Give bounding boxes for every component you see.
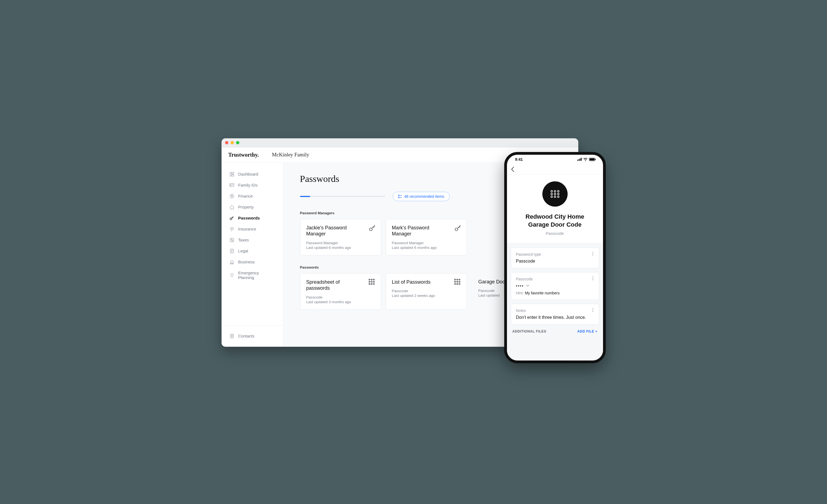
svg-point-36: [459, 279, 460, 280]
svg-rect-48: [590, 158, 594, 160]
sidebar-item-label: Property: [238, 205, 254, 209]
id-card-icon: [230, 183, 234, 188]
additional-files-label: ADDITIONAL FILES: [513, 330, 546, 333]
svg-point-50: [551, 190, 552, 192]
svg-point-27: [373, 279, 374, 280]
svg-point-28: [369, 281, 370, 282]
svg-point-35: [457, 279, 458, 280]
battery-icon: [589, 158, 596, 161]
card-updated: Last updated 2 weeks ago: [392, 294, 460, 298]
sidebar-item-finance[interactable]: Finance: [222, 191, 283, 202]
sidebar-item-emergency[interactable]: Emergency Planning: [222, 267, 283, 283]
sidebar-item-label: Legal: [238, 249, 248, 253]
sidebar-item-label: Business: [238, 259, 255, 264]
key-icon: [368, 224, 376, 232]
window-close-button[interactable]: [225, 141, 228, 144]
svg-point-31: [369, 284, 370, 285]
field-label: Passcode: [516, 277, 594, 281]
recommended-items-pill[interactable]: 48 recommended items: [393, 192, 450, 201]
keypad-icon: [368, 279, 376, 286]
sidebar-item-label: Contacts: [238, 334, 254, 338]
password-card[interactable]: List of Passwords Passcode Last updated …: [386, 273, 467, 310]
reveal-passcode[interactable]: ••••: [516, 284, 594, 288]
phone-hero: Redwood City HomeGarage Door Code Passco…: [507, 175, 603, 243]
svg-point-10: [231, 239, 231, 240]
dollar-icon: [230, 194, 234, 199]
sidebar-item-dashboard[interactable]: Dashboard: [222, 169, 283, 180]
card-updated: Last updated 3 months ago: [306, 300, 375, 304]
field-passcode[interactable]: ⋮ Passcode •••• Hint: My favorite number…: [511, 272, 599, 300]
svg-rect-0: [230, 172, 231, 176]
window-minimize-button[interactable]: [231, 141, 234, 144]
brand-logo: Trustworthy.: [228, 152, 259, 158]
svg-point-56: [551, 196, 552, 198]
svg-point-8: [230, 218, 232, 220]
field-password-type[interactable]: ⋮ Password type Passcode: [511, 248, 599, 268]
svg-point-18: [231, 335, 233, 336]
card-title: Jackie's Password Manager: [306, 225, 375, 237]
sidebar-item-family-ids[interactable]: Family IDs: [222, 180, 283, 191]
sidebar-item-business[interactable]: Business: [222, 256, 283, 267]
sidebar-item-legal[interactable]: Legal: [222, 246, 283, 256]
svg-rect-45: [580, 159, 581, 161]
sidebar-item-passwords[interactable]: Passwords: [222, 213, 283, 223]
svg-rect-44: [578, 159, 579, 161]
sidebar-item-label: Finance: [238, 194, 253, 198]
field-label: Notes: [516, 308, 594, 313]
more-icon[interactable]: ⋮: [591, 276, 595, 281]
sidebar: Dashboard Family IDs Finance: [222, 163, 284, 347]
svg-point-58: [557, 196, 559, 198]
svg-point-23: [370, 228, 372, 231]
svg-rect-2: [232, 174, 234, 176]
sidebar-item-contacts[interactable]: Contacts: [222, 331, 283, 342]
back-button[interactable]: [511, 166, 515, 172]
sidebar-item-taxes[interactable]: Taxes: [222, 235, 283, 246]
password-manager-card[interactable]: Mark's Password Manager Password Manager…: [386, 219, 467, 255]
svg-point-30: [373, 281, 374, 282]
svg-point-38: [457, 281, 458, 282]
sidebar-item-label: Passwords: [238, 216, 260, 220]
recommended-label: 48 recommended items: [404, 194, 444, 199]
svg-rect-46: [581, 158, 582, 161]
home-icon: [230, 205, 234, 210]
svg-rect-49: [595, 159, 596, 160]
wifi-icon: [583, 158, 588, 161]
card-type: Passcode: [392, 289, 460, 293]
sidebar-item-property[interactable]: Property: [222, 202, 283, 213]
masked-value: ••••: [516, 284, 524, 288]
key-icon: [230, 216, 234, 220]
contacts-icon: [230, 334, 234, 339]
svg-point-11: [232, 240, 233, 241]
sidebar-item-insurance[interactable]: Insurance: [222, 223, 283, 235]
svg-point-57: [554, 196, 556, 198]
svg-point-39: [459, 281, 460, 282]
card-type: Passcode: [306, 295, 375, 299]
password-card[interactable]: Spreadsheet of passwords Passcode Last u…: [300, 273, 381, 310]
svg-point-52: [557, 190, 559, 192]
hint-value: My favorite numbers: [525, 291, 560, 295]
add-file-button[interactable]: ADD FILE +: [577, 330, 597, 333]
more-icon[interactable]: ⋮: [591, 252, 595, 256]
svg-point-51: [554, 190, 556, 192]
family-name[interactable]: McKinley Family: [272, 152, 309, 158]
sidebar-item-label: Dashboard: [238, 172, 258, 177]
svg-point-29: [371, 281, 372, 282]
svg-point-55: [557, 193, 559, 195]
status-time: 9:41: [515, 157, 523, 162]
field-value: Don't enter it three times. Just once.: [516, 315, 594, 320]
phone-statusbar: 9:41: [507, 155, 603, 164]
window-maximize-button[interactable]: [236, 141, 239, 144]
password-manager-card[interactable]: Jackie's Password Manager Password Manag…: [300, 219, 381, 255]
card-type: Password Manager: [392, 241, 460, 245]
window-titlebar: [222, 139, 578, 147]
field-label: Password type: [516, 252, 594, 256]
phone-nav: [507, 164, 603, 174]
sidebar-item-label: Emergency Planning: [238, 270, 276, 280]
svg-point-42: [459, 284, 460, 285]
card-title: List of Passwords: [392, 279, 460, 285]
keypad-hero-icon: [542, 181, 568, 207]
phone-mockup: 9:41 Redwood: [504, 152, 606, 363]
more-icon[interactable]: ⋮: [591, 308, 595, 312]
keypad-icon: [454, 279, 462, 286]
field-notes[interactable]: ⋮ Notes Don't enter it three times. Just…: [511, 304, 599, 324]
